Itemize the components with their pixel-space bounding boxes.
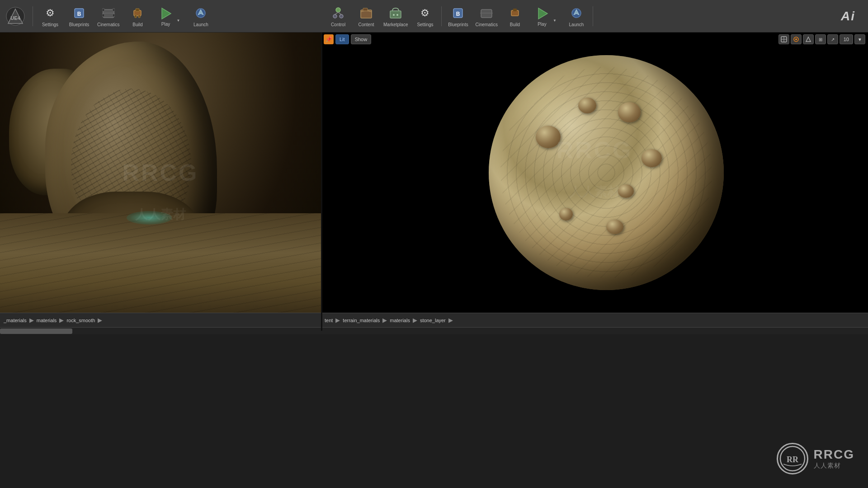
breadcrumb-right-sep-0: ▶ bbox=[335, 317, 340, 324]
svg-marker-34 bbox=[538, 8, 547, 19]
bump-7 bbox=[606, 220, 623, 234]
bottom-area: RR RRCG 人人素材 bbox=[0, 334, 868, 488]
bump-6 bbox=[618, 102, 641, 122]
breadcrumb-sep-1: ▶ bbox=[59, 317, 64, 324]
build-right-label: Build bbox=[510, 22, 520, 27]
breadcrumb-right-sep-2: ▶ bbox=[413, 317, 417, 324]
svg-rect-5 bbox=[103, 9, 114, 18]
marketplace-label: Marketplace bbox=[383, 22, 408, 27]
svg-rect-30 bbox=[481, 9, 492, 18]
breadcrumb-left: _materials ▶ materials ▶ rock_smooth ▶ bbox=[0, 313, 321, 327]
play-right-dropdown[interactable]: ▼ bbox=[553, 5, 559, 28]
svg-marker-15 bbox=[162, 8, 171, 19]
viewport-pin-button[interactable]: 📌 bbox=[324, 34, 334, 44]
launch-right-button[interactable]: Launch bbox=[563, 3, 590, 30]
breadcrumb-right-item-1[interactable]: terrain_materials bbox=[343, 318, 380, 323]
svg-point-20 bbox=[340, 14, 343, 18]
blueprints-right-label: Blueprints bbox=[448, 22, 468, 27]
cinematics-button[interactable]: Cinematics bbox=[94, 3, 122, 30]
svg-rect-9 bbox=[113, 14, 115, 17]
blueprints-button[interactable]: B Blueprints bbox=[66, 3, 93, 30]
scrollbar-thumb-left[interactable] bbox=[0, 328, 72, 334]
viewport-ctrl-btn-4[interactable]: ⊞ bbox=[815, 34, 826, 44]
svg-rect-14 bbox=[138, 15, 140, 18]
content-icon bbox=[358, 5, 374, 21]
launch-button[interactable]: Launch bbox=[187, 3, 214, 30]
cinematics-label: Cinematics bbox=[97, 22, 119, 27]
settings-right-button[interactable]: ⚙ Settings bbox=[411, 3, 439, 30]
launch-icon bbox=[193, 5, 209, 21]
viewport-lit-button[interactable]: Lit bbox=[335, 34, 349, 44]
launch-label: Launch bbox=[193, 22, 208, 27]
play-label: Play bbox=[161, 22, 170, 27]
viewport-ctrl-btn-1[interactable] bbox=[778, 34, 789, 44]
breadcrumb-right-item-3[interactable]: stone_layer bbox=[420, 318, 446, 323]
breadcrumb-right-item-0[interactable]: tent bbox=[325, 318, 333, 323]
play-button[interactable]: Play ▼ bbox=[153, 3, 185, 30]
scrollbar-right[interactable] bbox=[321, 327, 868, 334]
scrollbar-left[interactable] bbox=[0, 327, 321, 334]
cinematics-right-button[interactable]: Cinematics bbox=[472, 3, 500, 30]
svg-rect-7 bbox=[113, 9, 115, 11]
toolbar-sep-2 bbox=[441, 6, 442, 26]
cinematics-right-icon bbox=[478, 5, 495, 21]
breadcrumb-left-item-0[interactable]: _materials bbox=[4, 318, 27, 323]
launch-right-icon bbox=[568, 5, 585, 21]
viewport-ctrl-btn-2[interactable] bbox=[791, 34, 802, 44]
svg-point-26 bbox=[393, 14, 395, 16]
build-icon bbox=[129, 5, 146, 21]
blueprints-right-button[interactable]: B Blueprints bbox=[444, 3, 472, 30]
viewport-num-display[interactable]: 10 bbox=[840, 34, 853, 44]
play-right-button[interactable]: Play ▼ bbox=[529, 3, 562, 30]
content-button[interactable]: Content bbox=[353, 3, 380, 30]
source-control-button[interactable]: Control bbox=[325, 3, 352, 30]
breadcrumb-sep-2: ▶ bbox=[98, 317, 102, 324]
play-dropdown-arrow[interactable]: ▼ bbox=[176, 5, 183, 28]
bump-1 bbox=[578, 98, 596, 113]
bump-4 bbox=[642, 149, 662, 167]
rrcg-text-block: RRCG 人人素材 bbox=[814, 447, 854, 470]
svg-text:UE4: UE4 bbox=[10, 15, 20, 21]
svg-point-19 bbox=[333, 14, 337, 18]
svg-rect-25 bbox=[390, 11, 401, 18]
sphere-wrap bbox=[489, 55, 724, 290]
marketplace-icon bbox=[387, 5, 404, 21]
settings-button[interactable]: ⚙ Settings bbox=[37, 3, 64, 30]
svg-rect-24 bbox=[363, 8, 368, 11]
svg-marker-42 bbox=[806, 37, 811, 42]
build-right-button[interactable]: Build bbox=[501, 3, 528, 30]
rrcg-small-text: 人人素材 bbox=[814, 462, 854, 470]
build-button[interactable]: Build bbox=[124, 3, 151, 30]
play-right-icon bbox=[534, 6, 550, 21]
toolbar-sep-3 bbox=[593, 6, 593, 26]
content-label: Content bbox=[358, 22, 374, 27]
breadcrumb-left-item-1[interactable]: materials bbox=[37, 318, 57, 323]
viewport-ctrl-btn-6[interactable]: ▼ bbox=[854, 34, 865, 44]
marketplace-button[interactable]: Marketplace bbox=[381, 3, 410, 30]
svg-line-21 bbox=[335, 12, 338, 14]
cinematics-icon bbox=[100, 5, 117, 21]
viewport-show-button[interactable]: Show bbox=[351, 34, 372, 44]
viewport-right[interactable]: RRCG 人人素材 bbox=[321, 33, 868, 313]
rrcg-badge: RR RRCG 人人素材 bbox=[777, 443, 854, 474]
viewport-ctrl-btn-3[interactable] bbox=[803, 34, 814, 44]
svg-point-27 bbox=[396, 14, 398, 16]
bump-3 bbox=[618, 184, 634, 198]
breadcrumb-left-item-2[interactable]: rock_smooth bbox=[66, 318, 95, 323]
svg-point-18 bbox=[336, 8, 340, 12]
source-control-label: Control bbox=[331, 22, 345, 27]
svg-text:RR: RR bbox=[787, 455, 799, 464]
breadcrumb-right-item-2[interactable]: materials bbox=[390, 318, 410, 323]
build-right-icon bbox=[507, 5, 523, 21]
svg-rect-8 bbox=[102, 14, 104, 17]
blueprints-label: Blueprints bbox=[69, 22, 89, 27]
svg-rect-13 bbox=[135, 15, 137, 18]
blueprints-icon: B bbox=[71, 5, 87, 21]
breadcrumb-right-sep-3: ▶ bbox=[448, 317, 453, 324]
svg-rect-6 bbox=[102, 9, 104, 11]
material-sphere bbox=[489, 55, 724, 290]
viewport-ctrl-btn-5[interactable]: ↗ bbox=[827, 34, 838, 44]
breadcrumb-sep-0: ▶ bbox=[29, 317, 34, 324]
app-logo: UE4 bbox=[4, 5, 27, 28]
viewport-left[interactable]: RRCG 人人素材 bbox=[0, 33, 321, 313]
